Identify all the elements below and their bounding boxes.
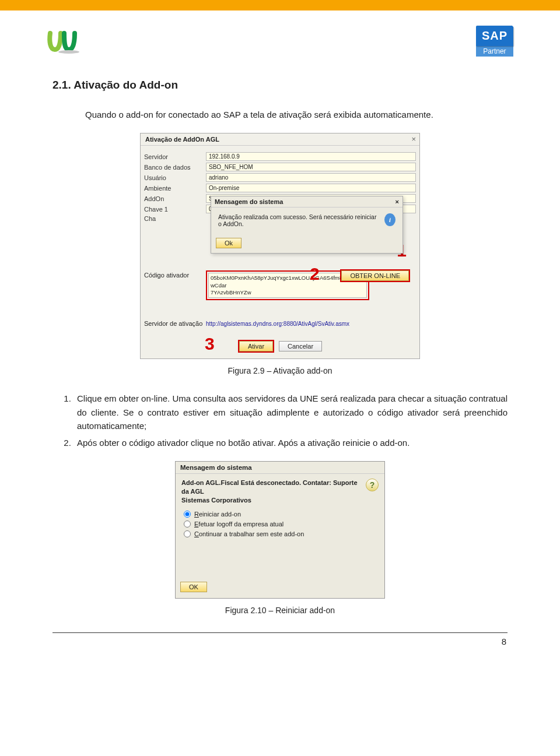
label-codigo-ativador: Código ativador — [144, 270, 206, 279]
field-servidor-ativacao: http://aglsistemas.dyndns.org:8880/AtivA… — [206, 321, 349, 327]
radio-reiniciar[interactable]: Reiniciar add-on — [184, 511, 379, 518]
svg-point-0 — [58, 50, 79, 54]
page-header: SAP Partner — [0, 10, 560, 62]
system-message-title: Mensagem do sistema — [215, 198, 283, 205]
activation-dialog-title: Ativação de AddOn AGL — [141, 133, 419, 146]
ok-button[interactable]: OK — [180, 582, 207, 592]
radio-continuar[interactable]: Continuar a trabalhar sem este add-on — [184, 530, 379, 537]
field-ambiente[interactable]: On-premise — [206, 184, 416, 192]
label-usuario: Usuário — [144, 174, 206, 181]
info-icon: i — [384, 213, 396, 226]
label-banco: Banco de dados — [144, 164, 206, 171]
sap-partner-text: Partner — [476, 46, 513, 57]
step-1: Clique em obter on-line. Uma consulta ao… — [74, 392, 508, 432]
close-icon[interactable]: × — [411, 135, 416, 143]
figure2-caption: Figura 2.10 – Reiniciar add-on — [52, 606, 508, 615]
une-logo — [47, 29, 84, 54]
restart-dialog-message: Add-on AGL.Fiscal Está desconectado. Con… — [181, 479, 379, 505]
label-servidor: Servidor — [144, 153, 206, 160]
label-addon: AddOn — [144, 195, 206, 202]
radio-logoff[interactable]: Efetuar logoff da empresa atual — [184, 521, 379, 528]
figure1-caption: Figura 2.9 – Ativação add-on — [52, 366, 508, 375]
label-chave1: Chave 1 — [144, 206, 206, 213]
section-heading: 2.1. Ativação do Add-on — [52, 79, 508, 92]
activation-dialog: Ativação de AddOn AGL × Servidor192.168.… — [140, 133, 420, 359]
field-servidor[interactable]: 192.168.0.9 — [206, 152, 416, 161]
system-message-text: Ativação realizada com sucesso. Será nec… — [218, 213, 379, 227]
restart-dialog-title: Mensagem do sistema — [176, 462, 384, 474]
sap-text: SAP — [482, 29, 508, 42]
field-banco[interactable]: SBO_NFE_HOM — [206, 163, 416, 171]
callout-3: 3 — [205, 334, 215, 354]
obter-online-button[interactable]: OBTER ON-LINE — [341, 270, 409, 281]
steps-list: Clique em obter on-line. Uma consulta ao… — [74, 392, 508, 449]
page-footer-rule — [52, 632, 508, 633]
label-cha: Cha — [144, 215, 206, 222]
page-number: 8 — [52, 637, 506, 646]
callout-2: 2 — [310, 264, 320, 284]
top-accent-bar — [0, 0, 560, 10]
label-ambiente: Ambiente — [144, 185, 206, 192]
intro-paragraph: Quando o add-on for conectado ao SAP a t… — [52, 108, 508, 121]
ativar-button[interactable]: Ativar — [239, 341, 273, 351]
field-usuario[interactable]: adriano — [206, 173, 416, 182]
ok-button[interactable]: Ok — [216, 238, 242, 248]
restart-dialog: Mensagem do sistema ? Add-on AGL.Fiscal … — [175, 461, 385, 599]
sap-partner-logo: SAP Partner — [476, 26, 513, 57]
system-message-box: Mensagem do sistema× Ativação realizada … — [211, 196, 403, 254]
label-servidor-ativacao: Servidor de ativação — [144, 320, 206, 327]
step-2: Após obter o código ativador clique no b… — [74, 436, 508, 449]
close-icon[interactable]: × — [396, 198, 399, 205]
cancelar-button[interactable]: Cancelar — [279, 341, 322, 351]
